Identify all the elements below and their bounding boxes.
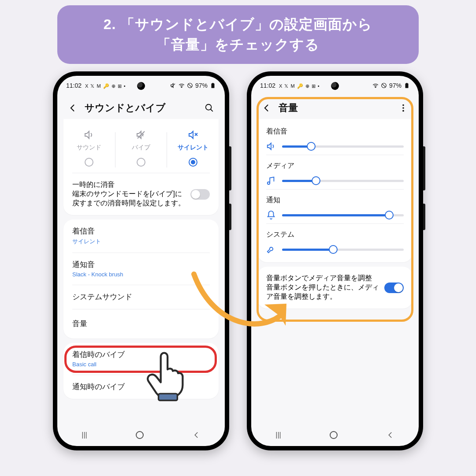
vibration-card: 着信時のバイブ Basic call 通知時のバイブ — [63, 343, 219, 399]
vibrate-icon — [136, 130, 146, 140]
media-key-card: 音量ボタンでメディア音量を調整 音量ボタンを押したときに、メディア音量を調整しま… — [257, 267, 413, 309]
mode-sound[interactable]: サウンド — [63, 130, 115, 170]
notif-vibration-row[interactable]: 通知時のバイブ — [63, 375, 219, 399]
nav-bar: ||| — [251, 424, 419, 446]
banner-line-2: 「音量」をチェックする — [71, 34, 405, 55]
status-battery-pct: 97% — [389, 82, 402, 89]
phone-left: 11:02 X 𝕏 M 🔑 ⊕ ⊞ • 97% サウンドとバイブ — [53, 71, 229, 450]
ringtone-row[interactable]: 着信音 サイレント — [63, 219, 219, 253]
mode-vibrate[interactable]: バイブ — [115, 130, 167, 170]
mute-icon — [170, 82, 176, 89]
nav-recents[interactable]: ||| — [275, 431, 281, 439]
phone-side-button — [229, 146, 231, 190]
more-vertical-icon — [398, 103, 408, 113]
page-title: 音量 — [279, 101, 391, 115]
media-key-desc: 音量ボタンを押したときに、メディア音量を調整します。 — [266, 283, 379, 301]
status-icons-left: X 𝕏 M 🔑 ⊕ ⊞ • — [279, 83, 320, 89]
row-value: サイレント — [72, 238, 210, 245]
svg-rect-6 — [406, 83, 408, 84]
instruction-banner: 2. 「サウンドとバイブ」の設定画面から 「音量」をチェックする — [57, 5, 419, 64]
slider-label: 着信音 — [266, 127, 404, 136]
sound-settings-card: 着信音 サイレント 通知音 Slack - Knock brush システムサウ… — [63, 219, 219, 338]
media-key-toggle[interactable] — [384, 283, 404, 293]
phone-side-button — [229, 204, 231, 230]
status-icons-left: X 𝕏 M 🔑 ⊕ ⊞ • — [85, 83, 126, 89]
sound-mode-card: サウンド バイブ サイレント — [63, 119, 219, 215]
chevron-left-icon — [262, 104, 271, 112]
no-sim-icon — [187, 82, 193, 89]
speaker-icon — [266, 141, 276, 151]
temp-mute-toggle[interactable] — [190, 189, 210, 200]
slider-ringtone: 着信音 — [257, 121, 413, 155]
row-label: システムサウンド — [72, 292, 210, 302]
mode-silent[interactable]: サイレント — [167, 130, 219, 170]
phone-right: 11:02 X 𝕏 M 🔑 ⊕ ⊞ • 97% 音量 — [247, 71, 423, 450]
search-icon — [205, 103, 214, 113]
silent-icon — [188, 130, 198, 140]
wrench-icon — [266, 245, 276, 254]
temporary-mute-row[interactable]: 一時的に消音 端末のサウンドモードを[バイブ]に戻すまでの消音時間を設定します。 — [63, 173, 219, 215]
banner-line-1: 2. 「サウンドとバイブ」の設定画面から — [71, 14, 405, 34]
row-value: Slack - Knock brush — [72, 271, 210, 278]
row-label: 音量 — [72, 319, 210, 329]
media-slider[interactable] — [282, 177, 404, 185]
row-label: 通知時のバイブ — [72, 382, 210, 392]
call-vibration-row[interactable]: 着信時のバイブ Basic call — [63, 343, 219, 375]
row-label: 通知音 — [72, 260, 210, 270]
svg-point-7 — [402, 104, 404, 106]
chevron-left-icon — [68, 104, 77, 112]
back-button[interactable] — [67, 102, 78, 114]
wifi-icon — [178, 82, 185, 89]
phone-side-button — [423, 204, 425, 230]
slider-media: メディア — [257, 155, 413, 189]
app-header: サウンドとバイブ — [57, 93, 225, 119]
nav-bar: ||| — [57, 424, 225, 446]
bell-icon — [266, 210, 276, 220]
temp-mute-title: 一時的に消音 — [72, 180, 185, 190]
radio[interactable] — [85, 158, 93, 167]
slider-label: 通知 — [266, 196, 404, 205]
temp-mute-desc: 端末のサウンドモードを[バイブ]に戻すまでの消音時間を設定します。 — [72, 190, 185, 208]
svg-point-8 — [402, 107, 404, 109]
mode-label: サウンド — [63, 144, 115, 152]
media-key-row[interactable]: 音量ボタンでメディア音量を調整 音量ボタンを押したときに、メディア音量を調整しま… — [257, 267, 413, 309]
camera-cutout — [137, 82, 145, 90]
radio[interactable] — [189, 158, 197, 167]
notification-slider[interactable] — [282, 211, 404, 219]
nav-home[interactable] — [136, 431, 144, 439]
nav-back[interactable] — [387, 431, 394, 439]
slider-label: メディア — [266, 161, 404, 171]
radio[interactable] — [137, 158, 145, 167]
system-slider[interactable] — [282, 245, 404, 253]
nav-recents[interactable]: ||| — [82, 431, 87, 439]
media-key-title: 音量ボタンでメディア音量を調整 — [266, 274, 379, 283]
ringtone-slider[interactable] — [282, 142, 404, 150]
camera-cutout — [331, 82, 339, 90]
notification-sound-row[interactable]: 通知音 Slack - Knock brush — [63, 253, 219, 285]
status-battery-pct: 97% — [195, 82, 208, 89]
system-sound-row[interactable]: システムサウンド — [63, 285, 219, 309]
battery-icon — [210, 82, 216, 89]
mode-label: バイブ — [115, 144, 167, 152]
nav-back[interactable] — [193, 431, 201, 439]
phone-side-button — [423, 146, 425, 190]
no-sim-icon — [381, 82, 387, 89]
status-time: 11:02 — [260, 82, 275, 89]
search-button[interactable] — [204, 102, 215, 114]
battery-icon — [404, 82, 410, 89]
svg-rect-1 — [212, 83, 215, 88]
more-button[interactable] — [398, 102, 409, 114]
back-button[interactable] — [261, 102, 272, 114]
volume-sliders-card: 着信音 メディア — [257, 119, 413, 262]
slider-notification: 通知 — [257, 190, 413, 223]
svg-rect-5 — [405, 83, 409, 88]
slider-label: システム — [266, 230, 404, 239]
page-title: サウンドとバイブ — [85, 101, 197, 115]
slider-system: システム — [257, 224, 413, 258]
nav-home[interactable] — [330, 431, 338, 439]
status-time: 11:02 — [66, 82, 82, 89]
row-label: 着信時のバイブ — [72, 350, 210, 360]
row-label: 着信音 — [72, 227, 210, 236]
volume-row[interactable]: 音量 — [63, 309, 219, 338]
app-header: 音量 — [251, 93, 419, 119]
